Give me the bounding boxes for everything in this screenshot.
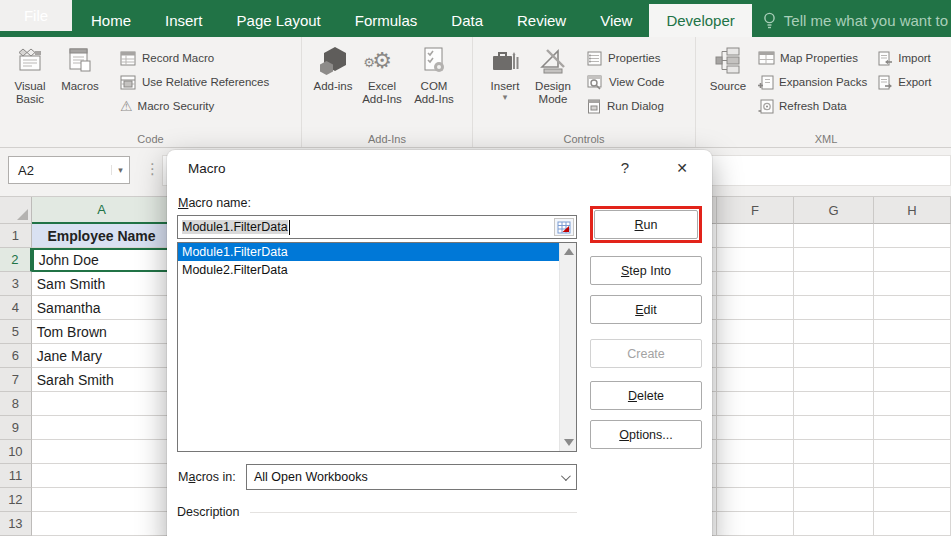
cell[interactable]	[874, 344, 951, 368]
cell-a7[interactable]: Sarah Smith	[32, 368, 173, 392]
export-button[interactable]: Export	[877, 73, 931, 91]
excel-add-ins-button[interactable]: ⚙⚙ Excel Add-Ins	[356, 42, 408, 106]
column-header-h[interactable]: H	[874, 197, 951, 224]
cell[interactable]	[32, 488, 173, 512]
cell-a6[interactable]: Jane Mary	[32, 344, 173, 368]
macro-name-input[interactable]: Module1.FilterData	[177, 215, 577, 239]
cell[interactable]	[794, 440, 874, 464]
cell[interactable]	[874, 224, 951, 248]
run-button[interactable]: Run	[594, 210, 698, 239]
column-header-f[interactable]: F	[717, 197, 794, 224]
row-header[interactable]: 7	[0, 368, 32, 392]
run-dialog-button[interactable]: Run Dialog	[587, 97, 664, 115]
cell[interactable]	[717, 248, 794, 272]
row-header[interactable]: 13	[0, 512, 32, 536]
edit-button[interactable]: Edit	[590, 295, 702, 324]
cell[interactable]	[874, 512, 951, 536]
row-header[interactable]: 11	[0, 464, 32, 488]
cell[interactable]	[874, 392, 951, 416]
help-button[interactable]: ?	[615, 158, 635, 178]
refresh-data-button[interactable]: Refresh Data	[758, 97, 867, 115]
properties-button[interactable]: Properties	[587, 49, 664, 67]
tab-insert[interactable]: Insert	[148, 4, 220, 37]
row-header[interactable]: 3	[0, 272, 32, 296]
column-header-a[interactable]: A	[32, 197, 173, 224]
expansion-packs-button[interactable]: Expansion Packs	[758, 73, 867, 91]
row-header[interactable]: 6	[0, 344, 32, 368]
macros-button[interactable]: Macros	[54, 42, 106, 93]
tab-file[interactable]: File	[0, 0, 72, 31]
import-button[interactable]: Import	[877, 49, 931, 67]
insert-dropdown-arrow-icon[interactable]: ▾	[503, 93, 508, 101]
cell[interactable]	[874, 368, 951, 392]
cell[interactable]	[794, 416, 874, 440]
cell[interactable]	[794, 320, 874, 344]
row-header[interactable]: 8	[0, 392, 32, 416]
tell-me-box[interactable]: Tell me what you want to do...	[752, 4, 951, 37]
record-macro-button[interactable]: Record Macro	[120, 49, 269, 67]
cell[interactable]	[794, 248, 874, 272]
cell[interactable]	[794, 488, 874, 512]
cell[interactable]	[32, 464, 173, 488]
cell-a4[interactable]: Samantha	[32, 296, 173, 320]
cell[interactable]	[717, 368, 794, 392]
name-box-dropdown-icon[interactable]: ▾	[111, 165, 129, 175]
close-icon[interactable]: ✕	[672, 158, 692, 178]
cell-a3[interactable]: Sam Smith	[32, 272, 173, 296]
cell[interactable]	[32, 392, 173, 416]
cell[interactable]	[794, 272, 874, 296]
cell[interactable]	[874, 272, 951, 296]
chevron-down-icon[interactable]	[552, 474, 576, 481]
cell[interactable]	[874, 416, 951, 440]
cell[interactable]	[794, 368, 874, 392]
tab-data[interactable]: Data	[434, 4, 500, 37]
macro-list-item-selected[interactable]: Module1.FilterData	[178, 243, 559, 261]
tab-home[interactable]: Home	[74, 4, 148, 37]
macros-in-dropdown[interactable]: All Open Workbooks	[246, 464, 577, 490]
macro-grid-icon[interactable]	[554, 218, 574, 236]
use-relative-references-button[interactable]: Use Relative References	[120, 73, 269, 91]
cell[interactable]	[717, 464, 794, 488]
row-header[interactable]: 12	[0, 488, 32, 512]
cell[interactable]	[717, 344, 794, 368]
cell[interactable]	[32, 440, 173, 464]
cell[interactable]	[717, 296, 794, 320]
options-button[interactable]: Options...	[590, 420, 702, 449]
cell[interactable]	[717, 440, 794, 464]
cell[interactable]	[874, 296, 951, 320]
macro-list[interactable]: Module1.FilterData Module2.FilterData	[177, 242, 577, 452]
cell[interactable]	[717, 488, 794, 512]
row-header[interactable]: 5	[0, 320, 32, 344]
step-into-button[interactable]: Step Into	[590, 256, 702, 285]
scroll-down-icon[interactable]	[564, 439, 574, 446]
com-add-ins-button[interactable]: COM Add-Ins	[408, 42, 460, 106]
cell[interactable]	[794, 464, 874, 488]
row-header[interactable]: 9	[0, 416, 32, 440]
scroll-up-icon[interactable]	[564, 248, 574, 255]
cell[interactable]	[874, 464, 951, 488]
cell[interactable]	[794, 296, 874, 320]
cell[interactable]	[717, 320, 794, 344]
name-box[interactable]: A2 ▾	[8, 156, 130, 184]
cell[interactable]	[794, 344, 874, 368]
design-mode-button[interactable]: Design Mode	[527, 42, 579, 106]
row-header[interactable]: 1	[0, 224, 32, 248]
view-code-button[interactable]: View Code	[587, 73, 664, 91]
cell[interactable]	[717, 224, 794, 248]
row-header[interactable]: 4	[0, 296, 32, 320]
column-header-g[interactable]: G	[794, 197, 874, 224]
cell-a2-active[interactable]: John Doe	[32, 248, 173, 272]
row-header[interactable]: 10	[0, 440, 32, 464]
macro-list-item[interactable]: Module2.FilterData	[178, 261, 559, 279]
macro-security-button[interactable]: ⚠ Macro Security	[120, 97, 269, 115]
create-button[interactable]: Create	[590, 339, 702, 368]
row-header[interactable]: 2	[0, 248, 32, 272]
cell[interactable]	[32, 512, 173, 536]
cell[interactable]	[717, 272, 794, 296]
cell[interactable]	[717, 392, 794, 416]
tab-developer[interactable]: Developer	[649, 4, 751, 37]
select-all-corner[interactable]	[0, 197, 32, 224]
tab-review[interactable]: Review	[500, 4, 583, 37]
cell[interactable]	[717, 416, 794, 440]
insert-control-button[interactable]: Insert ▾	[483, 42, 527, 101]
